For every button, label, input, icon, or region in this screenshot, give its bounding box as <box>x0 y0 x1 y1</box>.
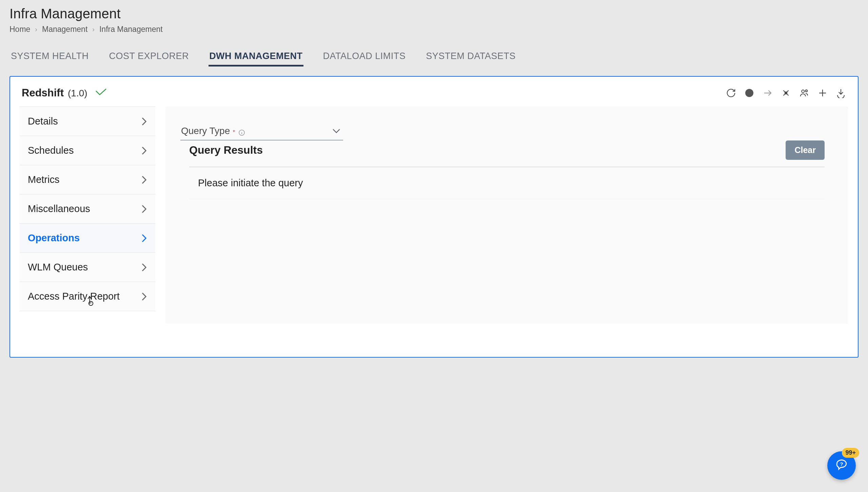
chevron-right-icon <box>141 292 147 301</box>
tabs: SYSTEM HEALTH COST EXPLORER DWH MANAGEME… <box>0 37 868 67</box>
sidebar-item-label: Miscellaneous <box>28 203 90 214</box>
chevron-right-icon <box>141 146 147 155</box>
sidebar-item-label: Schedules <box>28 145 74 156</box>
sidebar: Details Schedules Metrics Miscellaneous <box>20 107 155 324</box>
panel-version: (1.0) <box>68 88 87 99</box>
status-dot-icon[interactable] <box>744 88 755 98</box>
chevron-right-icon <box>141 234 147 243</box>
sidebar-item-label: Metrics <box>28 174 59 185</box>
query-type-label: Query Type <box>181 126 230 136</box>
svg-point-1 <box>802 90 804 93</box>
refresh-icon[interactable] <box>726 88 736 98</box>
sidebar-item-label: Details <box>28 116 58 127</box>
plus-icon[interactable] <box>817 88 828 98</box>
check-icon <box>95 88 107 96</box>
tab-system-health[interactable]: SYSTEM HEALTH <box>10 48 90 67</box>
panel-toolbar <box>726 88 846 98</box>
results-empty-message: Please initiate the query <box>189 167 825 199</box>
svg-point-2 <box>805 90 807 92</box>
chevron-right-icon: › <box>92 25 95 33</box>
sidebar-item-label: WLM Queues <box>28 262 88 273</box>
help-fab[interactable]: ? 99+ <box>827 451 856 480</box>
breadcrumb-management[interactable]: Management <box>42 25 87 34</box>
chevron-right-icon: › <box>35 25 37 33</box>
tools-icon[interactable] <box>781 88 791 98</box>
breadcrumb-home[interactable]: Home <box>9 25 30 34</box>
sidebar-item-miscellaneous[interactable]: Miscellaneous <box>20 194 155 224</box>
breadcrumb-current: Infra Management <box>99 25 163 34</box>
results-title: Query Results <box>189 144 263 156</box>
breadcrumb: Home › Management › Infra Management <box>9 25 859 34</box>
sidebar-item-metrics[interactable]: Metrics <box>20 165 155 194</box>
sidebar-item-details[interactable]: Details <box>20 107 155 136</box>
content-area: Query Type * Query Results Clear Please … <box>165 107 848 324</box>
required-indicator: * <box>233 129 235 135</box>
help-badge: 99+ <box>842 448 859 458</box>
sidebar-item-wlm-queues[interactable]: WLM Queues <box>20 253 155 282</box>
page-title: Infra Management <box>9 6 859 21</box>
chevron-right-icon <box>141 175 147 184</box>
sidebar-item-access-parity-report[interactable]: Access Parity Report <box>20 282 155 311</box>
query-type-select[interactable]: Query Type * <box>180 124 343 140</box>
sidebar-item-label: Operations <box>28 232 80 244</box>
tab-dwh-management[interactable]: DWH MANAGEMENT <box>209 48 303 67</box>
clear-button[interactable]: Clear <box>786 140 825 160</box>
info-icon[interactable] <box>238 129 245 136</box>
tab-dataload-limits[interactable]: DATALOAD LIMITS <box>322 48 407 67</box>
sidebar-item-label: Access Parity Report <box>28 291 120 302</box>
users-icon[interactable] <box>799 88 810 98</box>
svg-text:?: ? <box>840 461 843 467</box>
panel-title: Redshift <box>22 87 64 99</box>
chevron-down-icon <box>332 128 340 134</box>
chevron-right-icon <box>141 263 147 272</box>
main-panel: Redshift (1.0) <box>9 76 859 358</box>
arrow-right-icon[interactable] <box>762 88 773 98</box>
sidebar-item-operations[interactable]: Operations <box>20 224 155 253</box>
chevron-right-icon <box>141 205 147 213</box>
chevron-right-icon <box>141 117 147 126</box>
tab-system-datasets[interactable]: SYSTEM DATASETS <box>425 48 516 67</box>
download-icon[interactable] <box>835 88 846 98</box>
sidebar-item-schedules[interactable]: Schedules <box>20 136 155 165</box>
tab-cost-explorer[interactable]: COST EXPLORER <box>108 48 190 67</box>
